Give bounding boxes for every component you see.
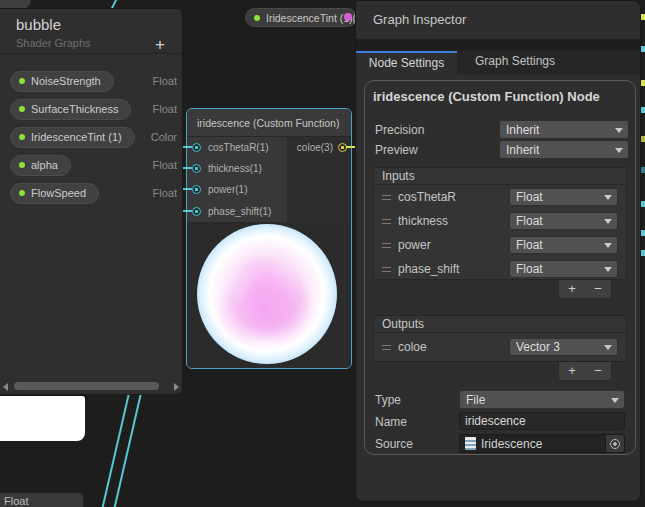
input-row[interactable]: thickness Float	[374, 209, 626, 233]
input-port-label: cosThetaR(1)	[208, 142, 269, 153]
shader-preview-sphere	[197, 224, 337, 364]
input-port-icon[interactable]	[192, 185, 201, 194]
chevron-down-icon	[604, 267, 612, 272]
input-type-dropdown[interactable]: Float	[509, 188, 618, 206]
property-row: alpha Float	[0, 154, 182, 176]
precision-dropdown[interactable]: Inherit	[499, 120, 629, 139]
output-type-value: Vector 3	[516, 340, 560, 354]
input-port-icon[interactable]	[192, 143, 201, 152]
chevron-down-icon	[604, 243, 612, 248]
chevron-down-icon	[615, 128, 623, 133]
property-node-iridescencetint[interactable]: IridescenceTint (1)(4)	[245, 8, 357, 27]
input-type-dropdown[interactable]: Float	[509, 212, 618, 230]
input-port-icon[interactable]	[192, 164, 201, 173]
add-input-button[interactable]: +	[559, 280, 585, 298]
property-row: NoiseStrength Float	[0, 70, 182, 92]
input-port-row: power(1)	[187, 179, 287, 200]
clipped-float-node[interactable]: Float	[0, 493, 83, 507]
scroll-left-icon[interactable]	[3, 383, 8, 391]
property-type: Float	[153, 103, 177, 115]
drag-handle-icon[interactable]	[382, 345, 391, 350]
input-port-row: thickness(1)	[187, 158, 287, 179]
add-output-button[interactable]: +	[559, 362, 585, 380]
scrollbar-thumb[interactable]	[14, 382, 159, 390]
precision-value: Inherit	[506, 123, 539, 137]
blackboard-title: bubble	[16, 16, 61, 33]
property-row: IridescenceTint (1) Color	[0, 126, 182, 148]
property-name: alpha	[31, 159, 58, 171]
wire-fragment	[641, 46, 645, 52]
property-name: IridescenceTint (1)	[31, 131, 122, 143]
output-row[interactable]: coloe Vector 3	[374, 333, 626, 361]
node-settings-box: iridescence (Custom Function) Node Preci…	[364, 80, 636, 455]
connection-wire[interactable]	[113, 393, 141, 507]
precision-label: Precision	[375, 123, 424, 137]
property-type: Float	[153, 159, 177, 171]
chevron-down-icon	[604, 195, 612, 200]
drag-handle-icon[interactable]	[382, 219, 391, 224]
preview-dropdown[interactable]: Inherit	[499, 140, 629, 159]
object-picker-button[interactable]	[605, 435, 624, 452]
property-pill[interactable]: IridescenceTint (1)	[10, 127, 135, 148]
input-port-label: thickness(1)	[208, 163, 262, 174]
input-row[interactable]: phase_shift Float	[374, 257, 626, 281]
outputs-header: Outputs	[374, 316, 626, 333]
custom-function-node[interactable]: iridescence (Custom Function) cosThetaR(…	[186, 108, 352, 369]
input-name: cosThetaR	[398, 190, 456, 204]
input-name: thickness	[398, 214, 448, 228]
source-object-field[interactable]: Iridescence	[459, 434, 625, 453]
type-dropdown[interactable]: File	[459, 390, 625, 409]
input-port-icon[interactable]	[192, 207, 201, 216]
outputs-list-footer: + −	[558, 362, 612, 381]
type-value: File	[466, 393, 485, 407]
color-output-port-icon[interactable]	[344, 13, 352, 21]
object-picker-icon	[610, 439, 620, 449]
chevron-down-icon	[604, 219, 612, 224]
input-type-dropdown[interactable]: Float	[509, 260, 618, 278]
property-pill[interactable]: FlowSpeed	[10, 183, 99, 204]
clipped-white-preview-node[interactable]	[0, 396, 85, 441]
property-pill[interactable]: NoiseStrength	[10, 71, 114, 92]
type-label: Type	[375, 393, 401, 407]
shader-graph-window: IridescenceTint (1)(4) iridescence (Cust…	[0, 0, 645, 507]
wire-fragment	[641, 250, 645, 256]
remove-output-button[interactable]: −	[585, 362, 611, 380]
outputs-group: Outputs coloe Vector 3	[373, 315, 627, 362]
input-port-row: phase_shift(1)	[187, 201, 287, 222]
input-row[interactable]: power Float	[374, 233, 626, 257]
scroll-right-icon[interactable]	[174, 383, 179, 391]
horizontal-scrollbar[interactable]	[0, 380, 182, 392]
property-row: SurfaceThickness Float	[0, 98, 182, 120]
property-pill[interactable]: SurfaceThickness	[10, 99, 131, 120]
input-port-row: cosThetaR(1)	[187, 137, 287, 158]
name-input[interactable]	[459, 412, 625, 430]
input-type-value: Float	[516, 238, 543, 252]
property-row: FlowSpeed Float	[0, 182, 182, 204]
property-pill[interactable]: alpha	[10, 155, 71, 176]
source-label: Source	[375, 437, 413, 451]
add-property-button[interactable]: +	[150, 35, 170, 55]
property-name: FlowSpeed	[31, 187, 86, 199]
tab-node-settings[interactable]: Node Settings	[356, 51, 457, 74]
input-type-value: Float	[516, 190, 543, 204]
wire-fragment	[641, 201, 645, 207]
graph-inspector-panel: Graph Inspector Node Settings Graph Sett…	[355, 0, 641, 502]
drag-handle-icon[interactable]	[382, 195, 391, 200]
tab-graph-settings[interactable]: Graph Settings	[457, 51, 573, 74]
preview-value: Inherit	[506, 143, 539, 157]
input-type-value: Float	[516, 262, 543, 276]
blackboard-panel: bubble Shader Graphs + NoiseStrength Flo…	[0, 8, 183, 395]
drag-handle-icon[interactable]	[382, 243, 391, 248]
input-type-dropdown[interactable]: Float	[509, 236, 618, 254]
wire-fragment	[641, 167, 645, 173]
input-type-value: Float	[516, 214, 543, 228]
property-dot-icon	[19, 162, 25, 168]
input-row[interactable]: cosThetaR Float	[374, 185, 626, 209]
wire-fragment	[641, 14, 645, 20]
chevron-down-icon	[615, 148, 623, 153]
output-type-dropdown[interactable]: Vector 3	[509, 338, 618, 356]
wire-fragment	[641, 230, 645, 236]
remove-input-button[interactable]: −	[585, 280, 611, 298]
drag-handle-icon[interactable]	[382, 267, 391, 272]
name-label: Name	[375, 415, 407, 429]
